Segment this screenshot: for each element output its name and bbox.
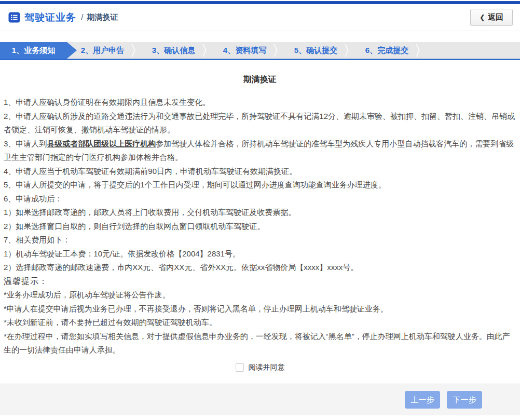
tab-separator-chevron	[343, 44, 350, 57]
tab-step-3[interactable]: 3、确认信息	[138, 42, 209, 59]
notice-line-5: 5、申请人所提交的申请，将于提交后的1个工作日内受理，期间可以通过网办进度查询功…	[4, 178, 516, 192]
tip-line-4: *在办理过程中，请您如实填写相关信息，对于提供虚假信息申办业务的，一经发现，将被…	[4, 330, 516, 357]
breadcrumb-current: 期满换证	[87, 12, 118, 22]
tip-line-2: *申请人在提交申请后视为业务已办理，不再接受退办，否则将记入黑名单，停止办理网上…	[4, 302, 516, 316]
back-button[interactable]: ❮ 返回	[470, 9, 513, 26]
tab-separator-chevron	[130, 44, 137, 57]
notice-line-7: 7、相关费用如下：	[4, 233, 516, 247]
list-icon	[8, 11, 20, 23]
notice-line-6-sub-1: 1）如果选择邮政寄递的，邮政人员将上门收取费用，交付机动车驾驶证及收费票据。	[4, 206, 516, 220]
tab-step-6-label: 6、完成提交	[365, 46, 408, 56]
tab-step-5-label: 5、确认提交	[294, 46, 337, 56]
notice-text: 1、申请人应确认身份证明在有效期限内且信息未发生变化。 2、申请人应确认所涉及的…	[4, 96, 516, 357]
tab-step-2[interactable]: 2、用户申告	[67, 42, 138, 59]
tip-line-3: *未收到新证前，请不要持已超过有效期的驾驶证驾驶机动车。	[4, 316, 516, 330]
breadcrumb-separator: /	[81, 13, 83, 22]
tab-step-1[interactable]: 1、业务须知	[0, 42, 67, 59]
notice-line-6: 6、申请成功后：	[4, 192, 516, 206]
tab-step-5[interactable]: 5、确认提交	[280, 42, 351, 59]
agree-label[interactable]: 阅读并同意	[249, 363, 285, 372]
notice-line-1: 1、申请人应确认身份证明在有效期限内且信息未发生变化。	[4, 96, 516, 110]
breadcrumb: 驾驶证业务 / 期满换证	[8, 11, 470, 24]
footer: 上一步 下一步	[0, 384, 520, 415]
tab-step-2-label: 2、用户申告	[81, 46, 124, 56]
notice-line-4: 4、申请人应当于机动车驾驶证有效期满前90日内，申请机动车驾驶证有效期满换证。	[4, 165, 516, 179]
tab-separator-chevron	[414, 44, 421, 57]
back-button-label: 返回	[488, 12, 503, 22]
chevron-left-icon: ❮	[480, 13, 485, 21]
breadcrumb-section: 驾驶证业务	[24, 11, 76, 24]
tab-separator-chevron	[201, 44, 208, 57]
main-content: 期满换证 1、申请人应确认身份证明在有效期限内且信息未发生变化。 2、申请人应确…	[0, 74, 520, 372]
tips-title: 温馨提示：	[4, 275, 516, 289]
next-step-button[interactable]: 下一步	[447, 391, 482, 409]
notice-line-3-prefix: 3、申请人到	[4, 139, 47, 148]
tip-line-1: *业务办理成功后，原机动车驾驶证将公告作废。	[4, 288, 516, 302]
agree-row: 阅读并同意	[4, 363, 516, 372]
medical-institution-emphasis: 县级或者部队团级以上医疗机构	[47, 139, 156, 148]
agree-checkbox[interactable]	[236, 363, 244, 372]
notice-line-3: 3、申请人到县级或者部队团级以上医疗机构参加驾驶人体检并合格，所持机动车驾驶证的…	[4, 137, 516, 165]
header: 驾驶证业务 / 期满换证 ❮ 返回	[0, 4, 520, 31]
tab-step-4[interactable]: 4、资料填写	[209, 42, 280, 59]
prev-step-button[interactable]: 上一步	[405, 391, 440, 409]
step-tabs: 1、业务须知 2、用户申告 3、确认信息 4、资料填写 5、确认提交 6、完成提…	[0, 42, 520, 60]
notice-line-2: 2、申请人应确认所涉及的道路交通违法行为和交通事故已处理完毕，所持驾驶证不具有记…	[4, 110, 516, 137]
notice-line-7-sub-2: 2）选择邮政寄递的邮政速递费，市内XX元、省内XX元、省外XX元。依据xx省物价…	[4, 261, 516, 275]
tab-step-3-label: 3、确认信息	[152, 46, 195, 56]
tab-step-1-label: 1、业务须知	[12, 46, 55, 56]
tab-separator-chevron	[272, 44, 279, 57]
tab-step-6[interactable]: 6、完成提交	[351, 42, 422, 59]
notice-line-6-sub-2: 2）如果选择窗口自取的，则自行到选择的自取网点窗口领取机动车驾驶证。	[4, 220, 516, 234]
page-title: 期满换证	[4, 74, 516, 85]
step-tabs-filler	[422, 42, 520, 59]
tab-step-4-label: 4、资料填写	[223, 46, 266, 56]
notice-line-7-sub-1: 1）机动车驾驶证工本费：10元/证。依据发改价格【2004】2831号。	[4, 247, 516, 261]
